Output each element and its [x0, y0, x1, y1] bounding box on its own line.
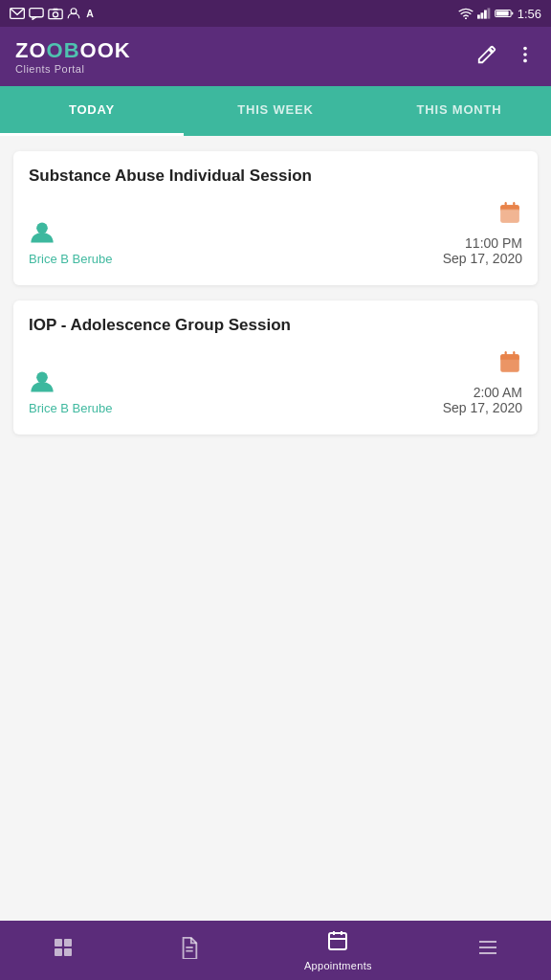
card-footer: Brice B Berube 2:00 AM Sep 17, 2020 — [29, 350, 522, 415]
status-bar: A 1:56 — [0, 0, 551, 27]
appointment-date: Sep 17, 2020 — [443, 251, 522, 266]
nav-home[interactable] — [52, 936, 75, 965]
svg-rect-9 — [480, 12, 483, 18]
tabs: TODAY THIS WEEK THIS MONTH — [0, 86, 551, 136]
svg-text:A: A — [86, 8, 94, 19]
battery-icon — [495, 8, 514, 19]
svg-point-7 — [465, 17, 467, 19]
appointment-time: 2:00 AM — [474, 385, 522, 400]
svg-rect-34 — [64, 948, 72, 956]
calendar-nav-icon — [326, 929, 349, 958]
appointment-date: Sep 17, 2020 — [443, 400, 522, 415]
svg-rect-1 — [30, 8, 43, 16]
svg-point-18 — [36, 223, 48, 234]
status-time: 1:56 — [518, 7, 541, 21]
card-datetime: 2:00 AM Sep 17, 2020 — [443, 350, 522, 415]
grid-icon — [52, 936, 75, 965]
nav-appointments[interactable]: Appointments — [304, 929, 372, 971]
card-footer: Brice B Berube 11:00 PM Sep 17, 2020 — [29, 201, 522, 266]
card-datetime: 11:00 PM Sep 17, 2020 — [443, 201, 522, 266]
svg-rect-32 — [64, 939, 72, 947]
logo-subtitle: Clients Portal — [15, 63, 84, 75]
profile-icon — [67, 7, 80, 20]
svg-rect-37 — [329, 933, 346, 949]
person-icon — [29, 368, 112, 399]
person-name: Brice B Berube — [29, 401, 112, 415]
header: ZOOBOOK Clients Portal — [0, 27, 551, 86]
svg-rect-14 — [512, 12, 513, 15]
svg-rect-13 — [496, 11, 508, 16]
appointment-title: IOP - Adolescence Group Session — [29, 316, 522, 335]
svg-rect-24 — [500, 211, 519, 223]
photo-icon — [48, 8, 63, 20]
svg-rect-4 — [53, 8, 57, 10]
sms-icon — [29, 8, 44, 20]
nav-documents[interactable] — [179, 936, 200, 965]
a-icon: A — [84, 7, 98, 20]
nav-menu[interactable] — [476, 936, 499, 965]
svg-rect-30 — [500, 360, 519, 372]
appointment-time: 11:00 PM — [465, 235, 522, 251]
tab-this-month[interactable]: THIS MONTH — [367, 86, 551, 136]
header-icons — [476, 44, 536, 70]
pencil-icon[interactable] — [476, 44, 497, 70]
person-info: Brice B Berube — [29, 219, 112, 266]
logo-container: ZOOBOOK Clients Portal — [15, 38, 131, 75]
more-icon[interactable] — [515, 44, 536, 70]
appointments-list: Substance Abuse Individual Session Brice… — [0, 136, 551, 921]
calendar-icon — [497, 201, 522, 232]
svg-rect-33 — [55, 948, 62, 956]
tab-this-week[interactable]: THIS WEEK — [184, 86, 367, 136]
appointment-card[interactable]: Substance Abuse Individual Session Brice… — [13, 151, 538, 285]
svg-point-25 — [36, 372, 48, 384]
svg-rect-31 — [55, 939, 62, 947]
person-icon — [29, 219, 112, 250]
menu-icon — [476, 936, 499, 965]
file-icon — [179, 936, 200, 965]
appointments-label: Appointments — [304, 960, 372, 971]
svg-point-15 — [523, 46, 527, 50]
mail-icon — [10, 8, 25, 19]
status-bar-left: A — [10, 7, 98, 20]
svg-point-17 — [523, 58, 527, 62]
svg-rect-11 — [487, 8, 490, 18]
status-bar-right: 1:56 — [458, 7, 541, 21]
svg-rect-10 — [484, 11, 487, 19]
calendar-icon — [497, 350, 522, 381]
tab-today[interactable]: TODAY — [0, 86, 184, 136]
svg-rect-8 — [477, 14, 480, 18]
bottom-nav: Appointments — [0, 921, 551, 980]
person-info: Brice B Berube — [29, 368, 112, 415]
logo: ZOOBOOK — [15, 38, 131, 63]
appointment-card[interactable]: IOP - Adolescence Group Session Brice B … — [13, 301, 538, 434]
wifi-icon — [458, 8, 474, 19]
svg-point-3 — [53, 11, 57, 16]
signal-icon — [477, 8, 491, 19]
appointment-title: Substance Abuse Individual Session — [29, 167, 522, 186]
person-name: Brice B Berube — [29, 252, 112, 266]
svg-point-16 — [523, 53, 527, 56]
